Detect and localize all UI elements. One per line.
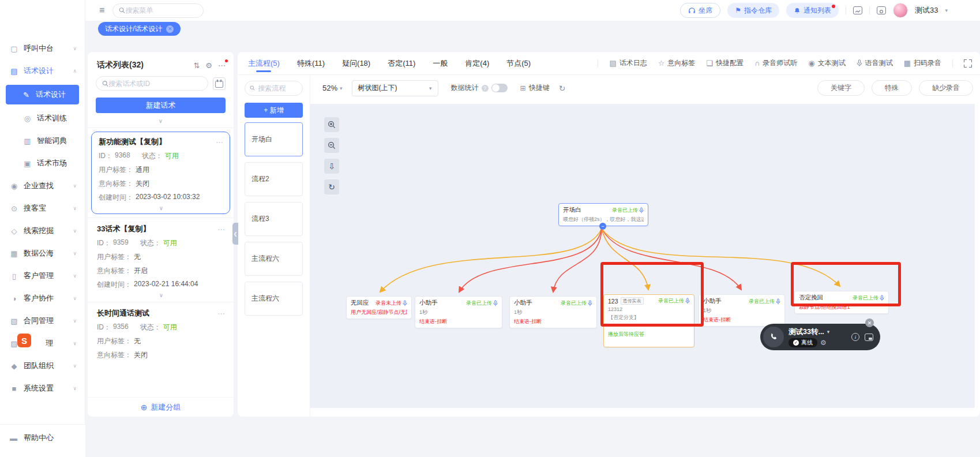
- filter-keyword[interactable]: 关键字: [817, 80, 865, 96]
- chart-icon: ▦: [10, 249, 18, 258]
- filter-special[interactable]: 特殊: [872, 80, 912, 96]
- intent-tag-button[interactable]: ☆意向标签: [658, 58, 696, 68]
- call-widget[interactable]: 测试33转...▾ ✓离线 ⚙ i: [760, 324, 880, 350]
- flow-node-assistant-3[interactable]: 小助手 录音已上传 1秒 结束语-挂断: [699, 294, 785, 327]
- zoom-in-button[interactable]: [324, 117, 339, 132]
- script-card[interactable]: 长时间通话测试 ⋯ ID：9356状态：可用 用户标签：无 意向标签：关闭: [88, 302, 234, 364]
- flow-node-no-response[interactable]: 无回应 录音未上传 用户无回应/寂静节点/无回应: [346, 296, 412, 319]
- command-store-button[interactable]: ⚑ 指令仓库: [727, 3, 779, 18]
- quick-config-button[interactable]: ❏快捷配置: [706, 58, 744, 68]
- reload-button[interactable]: ↻: [324, 179, 339, 194]
- new-group-button[interactable]: ⊕ 新建分组: [88, 397, 234, 417]
- camera-icon[interactable]: [877, 6, 886, 14]
- filter-missing-audio[interactable]: 缺少录音: [919, 80, 973, 96]
- flow-item-3[interactable]: 流程3: [245, 202, 303, 236]
- flow-design-panel: 主流程(5) 特殊(11) 疑问(18) 否定(11) 一般 肯定(4) 节点(…: [238, 52, 980, 417]
- tab-general[interactable]: 一般: [433, 53, 448, 74]
- zoom-level-dropdown[interactable]: 52%▾: [322, 84, 343, 92]
- sidebar-item-script-training[interactable]: ◎ 话术训练: [0, 110, 85, 127]
- new-script-button[interactable]: 新建话术: [96, 98, 226, 113]
- flow-node-assistant-1[interactable]: 小助手 录音已上传 1秒 结束语-挂断: [415, 296, 502, 328]
- close-icon[interactable]: ✕: [865, 319, 874, 327]
- scan-record-button[interactable]: ▦扫码录音: [904, 58, 941, 68]
- flow-node-123[interactable]: 123 透传实表 录音已上传 12312 【否定分支】 - 播放后等待应答: [603, 294, 694, 347]
- gear-icon[interactable]: ⚙: [820, 339, 827, 347]
- more-icon[interactable]: ⋯: [217, 309, 226, 318]
- menu-search[interactable]: [112, 3, 204, 18]
- recording-audition-button[interactable]: ∩录音师试听: [754, 58, 797, 68]
- flow-search[interactable]: [245, 81, 303, 96]
- layout-select[interactable]: 树状图(上下)▾: [352, 80, 438, 96]
- zoom-out-button[interactable]: [324, 138, 339, 153]
- tab-negative[interactable]: 否定(11): [388, 53, 415, 74]
- sidebar-item-customer-management[interactable]: ▯ 客户管理 ∨: [0, 267, 85, 284]
- sidebar-item-help-center[interactable]: ▬ 帮助中心: [0, 424, 85, 457]
- more-icon[interactable]: ⋯: [216, 138, 224, 147]
- tab-question[interactable]: 疑问(18): [342, 53, 370, 74]
- collapse-children-button[interactable]: −: [599, 223, 606, 230]
- script-search[interactable]: [96, 76, 208, 91]
- hotkey-button[interactable]: ⊞快捷键: [520, 83, 550, 93]
- user-caret-icon[interactable]: ▾: [945, 8, 948, 13]
- refresh-icon[interactable]: ↻: [559, 84, 566, 93]
- expand-chevron-icon[interactable]: ∨: [99, 205, 224, 211]
- tab-special[interactable]: 特殊(11): [297, 53, 325, 74]
- sidebar-item-script-design[interactable]: ✎ 话术设计: [6, 85, 79, 104]
- caret-down-icon[interactable]: ▾: [827, 329, 830, 335]
- sidebar-item-team-organization[interactable]: ◆ 团队组织 ∨: [0, 357, 85, 374]
- gear-icon[interactable]: ⚙: [205, 61, 212, 70]
- sidebar-item-contract-management[interactable]: ▧ 合同管理 ∨: [0, 312, 85, 329]
- sidebar-item-data-ocean[interactable]: ▦ 数据公海 ∨: [0, 245, 85, 262]
- tab-node[interactable]: 节点(5): [506, 53, 531, 74]
- expand-chevron-icon[interactable]: ∨: [97, 292, 226, 298]
- more-icon[interactable]: ⋯: [217, 225, 226, 234]
- flow-item-opening[interactable]: 开场白: [245, 122, 303, 156]
- sidebar-item-customer-collaboration[interactable]: ◑ 客户协作 ∨: [0, 290, 85, 307]
- more-icon[interactable]: ⋯: [218, 61, 226, 70]
- panel-collapse-handle[interactable]: ❮: [232, 223, 238, 245]
- sidebar-item-script-design-parent[interactable]: ▤ 话术设计 ∧: [0, 62, 85, 80]
- script-card[interactable]: 33话术【复制】 ⋯ ID：9359状态：可用 用户标签：无 意向标签：开启 创…: [88, 218, 234, 302]
- tab-positive[interactable]: 肯定(4): [465, 53, 489, 74]
- sidebar-item-smart-dictionary[interactable]: ▥ 智能词典: [0, 132, 85, 149]
- sidebar-item-soukebao[interactable]: ⊙ 搜客宝 ∨: [0, 200, 85, 217]
- tab-main-flow[interactable]: 主流程(5): [248, 53, 280, 74]
- book-icon: ▤: [10, 67, 18, 76]
- collapse-menu-icon[interactable]: ≡: [99, 5, 104, 16]
- flow-item-2[interactable]: 流程2: [245, 162, 303, 196]
- calendar-icon[interactable]: [213, 77, 226, 90]
- user-avatar[interactable]: [893, 3, 908, 18]
- menu-search-input[interactable]: [125, 6, 197, 14]
- flow-canvas[interactable]: ⇩ ↻ 开场白 录音已上传 喂您好（停顿2s），: [310, 104, 975, 408]
- script-log-button[interactable]: ▤话术日志: [609, 58, 647, 68]
- download-button[interactable]: ⇩: [324, 159, 339, 174]
- sidebar-item-covered-by-overlay[interactable]: ▨ S 理 ∨: [0, 335, 85, 352]
- flow-search-input[interactable]: [258, 84, 298, 92]
- pip-icon[interactable]: [865, 334, 873, 341]
- script-card[interactable]: 新功能测试【复制】 ⋯ ID：9368状态：可用 用户标签：通用 意向标签：关闭…: [91, 132, 230, 214]
- flow-item-main-6b[interactable]: 主流程六: [245, 282, 303, 316]
- flow-item-main-6a[interactable]: 主流程六: [245, 242, 303, 276]
- voice-test-button[interactable]: 语音测试: [857, 58, 893, 68]
- flow-node-negative-recovery[interactable]: 否定挽回 录音已上传 寂静节点/拒绝挽回语1: [794, 291, 889, 314]
- breadcrumb-tag[interactable]: 话术设计/话术设计 ✕: [98, 22, 181, 36]
- agent-button[interactable]: 坐席: [680, 3, 720, 18]
- flow-node-assistant-2[interactable]: 小助手 录音已上传 1秒 结束语-挂断: [509, 296, 597, 328]
- add-flow-button[interactable]: + 新增: [245, 103, 303, 118]
- collapse-chevron-icon[interactable]: ∨: [88, 113, 234, 128]
- help-circle-icon[interactable]: ?: [482, 85, 489, 92]
- sort-icon[interactable]: ⇅: [193, 61, 200, 70]
- sidebar-item-enterprise-search[interactable]: ◉ 企业查找 ∨: [0, 177, 85, 194]
- close-icon[interactable]: ✕: [166, 25, 174, 33]
- sidebar-item-call-platform[interactable]: ▢ 呼叫中台 ∨: [0, 40, 85, 57]
- info-icon[interactable]: i: [851, 333, 859, 341]
- data-stats-toggle[interactable]: [491, 84, 508, 92]
- sidebar-item-script-market[interactable]: ▣ 话术市场: [0, 155, 85, 172]
- text-test-button[interactable]: ◉文本测试: [808, 58, 845, 68]
- notice-list-button[interactable]: 通知列表: [786, 3, 839, 18]
- fullscreen-icon[interactable]: [964, 59, 972, 68]
- sidebar-item-lead-mining[interactable]: ◇ 线索挖掘 ∨: [0, 222, 85, 239]
- sidebar-item-system-settings[interactable]: ■ 系统设置 ∨: [0, 380, 85, 397]
- workbench-icon[interactable]: [853, 6, 862, 14]
- script-search-input[interactable]: [108, 80, 202, 88]
